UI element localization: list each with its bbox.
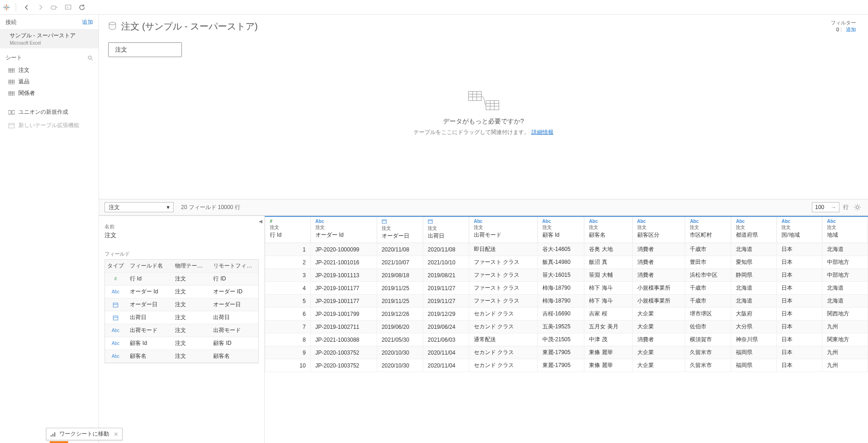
add-connection-link[interactable]: 追加 (82, 18, 93, 26)
grid-column-header[interactable]: Abc注文顧客 Id (537, 216, 584, 243)
grid-cell: 五月女 美月 (584, 321, 632, 333)
column-name: 都道府県 (736, 232, 758, 238)
svg-point-27 (109, 22, 116, 25)
field-row[interactable]: Abc顧客 Id注文顧客 ID (105, 337, 258, 350)
back-button[interactable] (22, 2, 32, 12)
column-source: 注文 (827, 224, 863, 231)
grid-row[interactable]: 9JP-2020-10037522020/10/302020/11/04セカンド… (265, 346, 868, 359)
worksheet-tab-indicator[interactable] (50, 441, 68, 443)
grid-row[interactable]: 10JP-2020-10037522020/10/302020/11/04セカン… (265, 359, 868, 372)
svg-rect-18 (8, 91, 15, 96)
need-more-link[interactable]: 詳細情報 (531, 128, 553, 135)
field-row[interactable]: Abc出荷モード注文出荷モード (105, 324, 258, 337)
close-tooltip-button[interactable]: ✕ (114, 431, 118, 437)
grid-settings-button[interactable] (852, 202, 862, 212)
grid-row[interactable]: 2JP-2021-10010162021/10/072021/10/10ファース… (265, 256, 868, 269)
grid-cell: 谷奥 大地 (584, 243, 632, 256)
connection-item[interactable]: サンプル - スーパーストア Microsoft Excel (0, 29, 99, 48)
column-source: 注文 (428, 225, 464, 232)
column-type-icon: Abc (637, 219, 681, 224)
grid-cell: 2021/10/07 (377, 256, 423, 269)
relationship-canvas[interactable]: 注文 データがもっと必要ですか? (99, 33, 868, 199)
field-row[interactable]: オーダー日注文オーダー日 (105, 298, 258, 311)
grid-cell: 笹大-16015 (537, 269, 584, 282)
connection-type: Microsoft Excel (10, 41, 90, 46)
column-name: 出荷日 (428, 233, 444, 239)
chevron-down-icon: ▾ (167, 204, 169, 210)
rows-label: 行 (843, 204, 849, 211)
column-source: 注文 (474, 224, 533, 231)
field-row[interactable]: Abcオーダー Id注文オーダー ID (105, 286, 258, 298)
grid-column-header[interactable]: Abc注文オーダー Id (310, 216, 377, 243)
svg-rect-53 (428, 220, 432, 223)
rows-limit-input[interactable]: 100 → (812, 202, 839, 212)
data-grid-scroll[interactable]: #注文行 IdAbc注文オーダー Id注文オーダー日注文出荷日Abc注文出荷モー… (265, 216, 868, 443)
forward-button[interactable] (35, 2, 46, 12)
sheet-item[interactable]: 注文 (0, 64, 99, 76)
grid-cell: 五美-19525 (537, 321, 584, 333)
logical-table-pill[interactable]: 注文 (108, 42, 182, 57)
grid-column-header[interactable]: Abc注文顧客区分 (632, 216, 685, 243)
field-row[interactable]: #行 Id注文行 ID (105, 273, 258, 286)
grid-cell: 中茂-21505 (537, 333, 584, 346)
column-name: オーダー Id (315, 232, 344, 238)
go-to-worksheet-tooltip[interactable]: ワークシートに移動 ✕ (46, 428, 122, 440)
column-source: 注文 (736, 224, 772, 231)
grid-row[interactable]: 6JP-2019-10017992019/12/262019/12/29セカンド… (265, 308, 868, 321)
column-type-icon: Abc (589, 219, 627, 224)
grid-row[interactable]: 5JP-2019-10011772019/11/252019/11/27ファース… (265, 295, 868, 308)
sheet-item[interactable]: 返品 (0, 76, 99, 87)
grid-row[interactable]: 3JP-2019-10011132019/08/182019/08/21ファース… (265, 269, 868, 282)
collapse-metadata-button[interactable]: ◀ (259, 219, 262, 224)
field-physical-table: 注文 (171, 298, 210, 311)
grid-cell: セカンド クラス (469, 359, 537, 372)
grid-cell: 2019/08/21 (423, 269, 469, 282)
grid-column-header[interactable]: Abc注文市区町村 (685, 216, 731, 243)
grid-row[interactable]: 8JP-2021-10030882021/05/302021/06/03通常配送… (265, 333, 868, 346)
grid-row[interactable]: 7JP-2019-10027112019/06/202019/06/24セカンド… (265, 321, 868, 333)
column-name: 国/地域 (781, 232, 799, 238)
autosave-button[interactable] (63, 2, 73, 12)
tableau-logo-icon (3, 4, 10, 11)
grid-row[interactable]: 4JP-2019-10011772019/11/252019/11/27ファース… (265, 282, 868, 295)
svg-rect-55 (51, 435, 52, 437)
grid-column-header[interactable]: #注文行 Id (265, 216, 311, 243)
field-row[interactable]: Abc顧客名注文顧客名 (105, 350, 258, 363)
grid-cell: 浜松市中区 (685, 269, 731, 282)
grid-cell: JP-2020-1003752 (310, 359, 377, 372)
grid-column-header[interactable]: Abc注文出荷モード (469, 216, 537, 243)
grid-cell: 消費者 (632, 256, 685, 269)
field-row[interactable]: 出荷日注文出荷日 (105, 311, 258, 324)
table-icon (8, 80, 15, 84)
column-name: 顧客名 (589, 232, 606, 238)
datasource-title[interactable]: 注文 (サンプル - スーパーストア) (121, 20, 258, 33)
sheet-item[interactable]: 関係者 (0, 87, 99, 99)
grid-column-header[interactable]: Abc注文顧客名 (584, 216, 632, 243)
new-table-extension-action: 新しいテーブル拡張機能 (0, 119, 99, 132)
add-filter-link[interactable]: 追加 (846, 27, 856, 32)
grid-column-header[interactable]: Abc注文地域 (822, 216, 868, 243)
refresh-button[interactable] (77, 2, 87, 12)
grid-column-header[interactable]: 注文オーダー日 (377, 216, 423, 243)
search-sheets-icon[interactable] (87, 55, 93, 61)
table-select[interactable]: 注文 ▾ (105, 202, 174, 212)
grid-cell: 佐伯市 (685, 321, 731, 333)
grid-row[interactable]: 1JP-2020-10000992020/11/082020/11/08即日配送… (265, 243, 868, 256)
column-source: 注文 (315, 224, 372, 231)
field-remote-name: オーダー日 (210, 298, 258, 311)
grid-cell: 通常配送 (469, 333, 537, 346)
svg-rect-28 (468, 91, 481, 100)
column-source: 注文 (690, 224, 726, 231)
table-icon (8, 91, 15, 96)
svg-rect-49 (113, 316, 118, 320)
grid-column-header[interactable]: 注文出荷日 (423, 216, 469, 243)
grid-column-header[interactable]: Abc注文国/地域 (777, 216, 822, 243)
new-union-action[interactable]: ユニオンの新規作成 (0, 105, 99, 119)
column-name: 地域 (827, 232, 838, 238)
field-remote-name: オーダー ID (210, 286, 258, 298)
rows-limit-value: 100 (815, 204, 824, 210)
grid-column-header[interactable]: Abc注文都道府県 (731, 216, 777, 243)
save-button[interactable] (49, 2, 59, 12)
name-value[interactable]: 注文 (105, 231, 259, 239)
data-grid: #注文行 IdAbc注文オーダー Id注文オーダー日注文出荷日Abc注文出荷モー… (265, 216, 868, 372)
